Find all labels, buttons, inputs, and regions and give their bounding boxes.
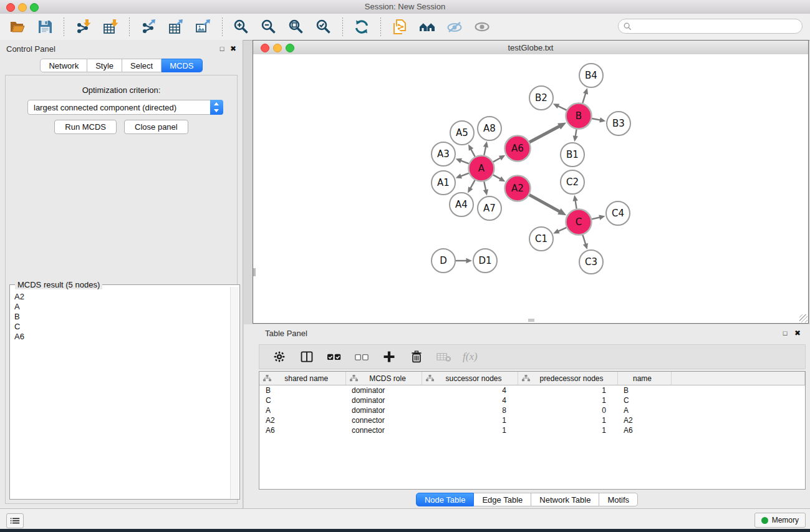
table-cell[interactable]: B	[617, 385, 671, 396]
graph-node-C1[interactable]: C1	[529, 227, 553, 251]
graph-node-D[interactable]: D	[432, 249, 455, 273]
function-builder-button[interactable]: f(x)	[463, 351, 478, 363]
select-all-button[interactable]	[324, 347, 345, 366]
add-column-button[interactable]	[378, 347, 400, 366]
network-canvas[interactable]: AA1A2A3A4A5A6A7A8BB1B2B3B4CC1C2C3C4DD1	[253, 54, 808, 323]
criterion-dropdown[interactable]: largest connected component (directed)	[27, 100, 223, 115]
search-input[interactable]	[635, 21, 797, 31]
network-window-titlebar[interactable]: testGlobe.txt	[253, 41, 808, 55]
tab-select[interactable]: Select	[122, 59, 162, 72]
table-cell[interactable]: 1	[422, 425, 518, 435]
zoom-fit-button[interactable]	[284, 16, 308, 37]
graph-node-A3[interactable]: A3	[432, 142, 455, 166]
table-row[interactable]: Cdominator41C	[259, 395, 805, 405]
table-tab-network-table[interactable]: Network Table	[531, 493, 599, 506]
table-float-panel-icon[interactable]: □	[781, 329, 789, 337]
table-cell[interactable]: 8	[422, 405, 518, 415]
graph-node-A5[interactable]: A5	[450, 121, 474, 145]
table-tab-edge-table[interactable]: Edge Table	[474, 493, 531, 506]
import-table-button[interactable]	[99, 16, 122, 37]
column-header-mcds-role[interactable]: MCDS role	[345, 372, 422, 385]
delete-table-button[interactable]	[433, 347, 455, 366]
graph-node-B[interactable]: B	[566, 104, 592, 129]
export-table-button[interactable]	[164, 16, 188, 37]
table-cell[interactable]: C	[617, 395, 671, 405]
graph-node-A1[interactable]: A1	[432, 171, 455, 195]
graph-node-B2[interactable]: B2	[529, 86, 553, 110]
graph-node-C3[interactable]: C3	[579, 250, 603, 274]
table-row[interactable]: A2connector11A2	[259, 415, 805, 425]
mcds-result-scrollbar[interactable]	[230, 287, 239, 498]
graph-node-B3[interactable]: B3	[607, 112, 630, 135]
eye-hidden-button[interactable]	[443, 16, 466, 37]
task-history-button[interactable]	[6, 513, 24, 528]
export-network-button[interactable]	[137, 16, 160, 37]
eye-button[interactable]	[470, 16, 494, 37]
float-panel-icon[interactable]: □	[218, 44, 226, 53]
table-cell[interactable]: A6	[259, 425, 345, 435]
table-close-panel-icon[interactable]: ✖	[793, 329, 802, 337]
table-cell[interactable]: 4	[422, 395, 518, 405]
table-cell[interactable]: A2	[617, 415, 671, 425]
table-cell[interactable]: A6	[617, 425, 671, 435]
table-cell[interactable]: 1	[422, 415, 518, 425]
table-cell[interactable]: B	[259, 385, 345, 396]
delete-column-button[interactable]	[406, 347, 427, 366]
table-cell[interactable]: dominator	[345, 405, 422, 415]
graph-edge-A2-C[interactable]	[529, 195, 562, 213]
table-tab-node-table[interactable]: Node Table	[416, 493, 475, 506]
graph-node-A2[interactable]: A2	[505, 176, 531, 201]
column-options-gear-button[interactable]	[269, 347, 290, 366]
table-cell[interactable]: connector	[345, 425, 422, 435]
tab-network[interactable]: Network	[40, 59, 87, 72]
table-cell[interactable]: A	[259, 405, 345, 415]
table-cell[interactable]: dominator	[345, 395, 422, 405]
tab-style[interactable]: Style	[87, 59, 122, 72]
graph-node-A7[interactable]: A7	[478, 196, 501, 220]
table-cell[interactable]: 1	[518, 395, 617, 405]
column-header-successor-nodes[interactable]: successor nodes	[422, 372, 518, 385]
table-row[interactable]: A6connector11A6	[259, 425, 805, 435]
network-vscroll-thumb[interactable]	[253, 268, 256, 276]
table-row[interactable]: Adominator80A	[259, 405, 805, 415]
table-row[interactable]: Bdominator41B	[259, 385, 805, 396]
import-network-button[interactable]	[71, 16, 95, 37]
column-header-predecessor-nodes[interactable]: predecessor nodes	[518, 372, 617, 385]
close-panel-icon[interactable]: ✖	[229, 44, 238, 53]
save-button[interactable]	[33, 16, 57, 37]
graph-node-C2[interactable]: C2	[561, 170, 584, 194]
open-folder-button[interactable]	[6, 16, 29, 37]
table-tab-motifs[interactable]: Motifs	[599, 493, 638, 506]
graph-node-C4[interactable]: C4	[606, 201, 630, 225]
close-panel-button[interactable]: Close panel	[124, 120, 188, 134]
table-cell[interactable]: connector	[345, 415, 422, 425]
graph-node-D1[interactable]: D1	[473, 249, 497, 273]
duplicate-network-button[interactable]	[388, 16, 412, 37]
column-header-shared-name[interactable]: shared name	[259, 372, 345, 385]
zoom-in-button[interactable]	[229, 16, 253, 37]
table-cell[interactable]: 1	[518, 415, 617, 425]
graph-node-A4[interactable]: A4	[450, 193, 473, 216]
network-hscroll-thumb[interactable]	[528, 319, 534, 322]
tab-mcds[interactable]: MCDS	[162, 59, 202, 72]
table-cell[interactable]: C	[259, 395, 345, 405]
graph-node-B4[interactable]: B4	[579, 64, 603, 87]
graph-node-A[interactable]: A	[469, 156, 494, 181]
graph-edge-A6-B[interactable]	[529, 125, 562, 142]
show-columns-button[interactable]	[296, 347, 317, 366]
table-cell[interactable]: 4	[422, 385, 518, 396]
table-cell[interactable]: dominator	[345, 385, 422, 396]
column-header-name[interactable]: name	[617, 372, 671, 385]
network-resize-grip[interactable]	[799, 314, 808, 322]
refresh-button[interactable]	[350, 16, 374, 37]
graph-node-C[interactable]: C	[566, 210, 592, 235]
memory-button[interactable]: Memory	[755, 513, 806, 528]
table-cell[interactable]: A2	[259, 415, 345, 425]
table-cell[interactable]: 1	[518, 425, 617, 435]
table-cell[interactable]: 1	[518, 385, 617, 396]
graph-node-A6[interactable]: A6	[505, 136, 531, 162]
table-cell[interactable]: A	[617, 405, 671, 415]
home-button[interactable]	[415, 16, 439, 37]
export-image-button[interactable]	[191, 16, 215, 37]
graph-node-A8[interactable]: A8	[478, 117, 501, 140]
